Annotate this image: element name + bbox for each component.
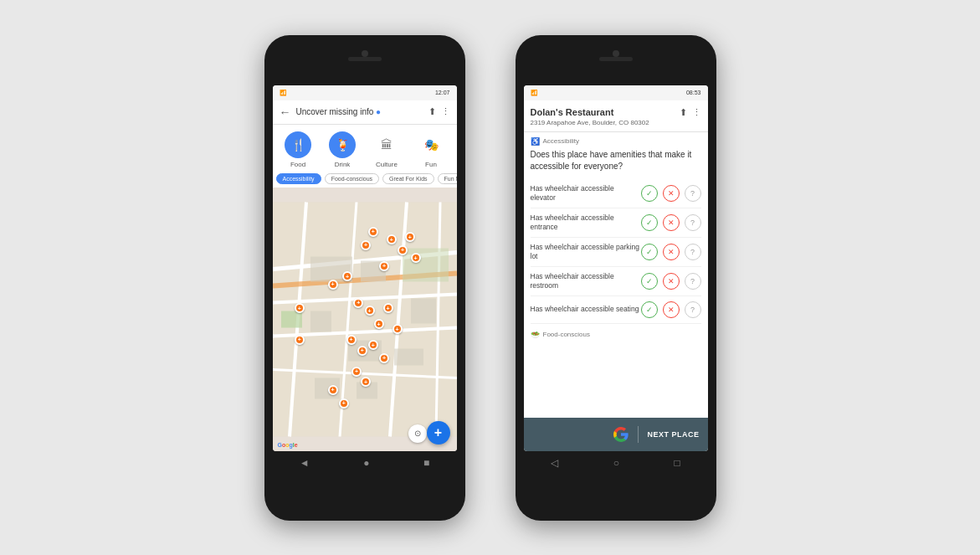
map-marker-12[interactable]: + — [365, 306, 375, 316]
culture-label: Culture — [376, 161, 398, 168]
fun-label: Fun — [425, 161, 437, 168]
amenity-parking-x[interactable]: ✕ — [663, 244, 680, 260]
add-fab[interactable]: + — [427, 421, 450, 445]
toolbar-title: Uncover missing info ● — [296, 107, 423, 116]
phone-speaker-1 — [348, 57, 382, 61]
map-marker-5[interactable]: + — [405, 232, 415, 242]
next-place-label[interactable]: NEXT PLACE — [647, 430, 699, 439]
map-marker-6[interactable]: + — [411, 253, 421, 263]
category-fun[interactable]: 🎭 Fun — [418, 131, 444, 168]
nav-home-2[interactable]: ○ — [613, 457, 619, 469]
nav-home[interactable]: ● — [363, 457, 369, 469]
amenity-entrance: Has wheelchair accessible entrance ✓ ✕ ? — [531, 208, 701, 238]
map-marker-13[interactable]: + — [374, 319, 384, 329]
filter-pills: Accessibility Food-conscious Great For K… — [273, 172, 457, 188]
share-icon[interactable]: ⬆ — [428, 106, 436, 117]
filter-food-conscious[interactable]: Food-conscious — [325, 173, 379, 184]
amenity-seating-q[interactable]: ? — [685, 301, 701, 318]
status-time-1: 12:07 — [435, 90, 450, 95]
map-marker-3[interactable]: + — [387, 234, 397, 244]
map-marker-20[interactable]: + — [351, 367, 362, 377]
place-header-icons: ⬆ ⋮ — [680, 107, 701, 118]
amenity-elevator-label: Has wheelchair accessible elevator — [531, 184, 641, 203]
amenity-entrance-check[interactable]: ✓ — [641, 214, 658, 231]
map-marker-9[interactable]: + — [328, 280, 338, 290]
nav-recent[interactable]: ■ — [423, 457, 429, 469]
filter-kids[interactable]: Great For Kids — [382, 173, 434, 184]
google-logo: Google — [278, 442, 298, 448]
food-conscious-label: Food-conscious — [543, 331, 590, 338]
svg-rect-19 — [403, 248, 449, 281]
map-marker-14[interactable]: + — [383, 303, 393, 313]
food-icon: 🍴 — [285, 131, 311, 158]
map-marker-2[interactable]: + — [368, 227, 378, 237]
more-icon[interactable]: ⋮ — [441, 106, 450, 117]
amenity-elevator-x[interactable]: ✕ — [663, 185, 680, 202]
nav-recent-2[interactable]: □ — [675, 457, 680, 469]
food-label: Food — [290, 161, 305, 168]
svg-rect-13 — [411, 298, 436, 323]
map-svg — [273, 188, 457, 451]
map-marker-4[interactable]: + — [398, 245, 408, 255]
amenity-restroom-x[interactable]: ✕ — [663, 273, 680, 290]
map-marker-18[interactable]: + — [368, 340, 378, 350]
map-marker-23[interactable]: + — [339, 398, 349, 409]
status-bar-1: 📶 12:07 — [273, 85, 457, 100]
filter-accessibility[interactable]: Accessibility — [276, 173, 321, 184]
filter-fun-night[interactable]: Fun Night C... — [438, 173, 457, 184]
category-food[interactable]: 🍴 Food — [285, 131, 311, 168]
place-more-icon[interactable]: ⋮ — [692, 107, 701, 118]
next-place-bar[interactable]: NEXT PLACE — [524, 418, 708, 451]
toolbar-title-text: Uncover missing info — [296, 107, 374, 116]
map-marker-10[interactable]: + — [295, 303, 305, 313]
amenity-restroom-label: Has wheelchair accessible restroom — [531, 272, 641, 290]
amenity-entrance-q[interactable]: ? — [685, 214, 701, 231]
map-marker-22[interactable]: + — [328, 385, 338, 395]
place-name: Dolan's Restaurant — [531, 107, 649, 117]
svg-rect-15 — [394, 348, 423, 365]
back-icon[interactable]: ← — [280, 105, 291, 119]
section-question: Does this place have amenities that make… — [531, 149, 701, 172]
map-marker-15[interactable]: + — [393, 324, 403, 334]
amenity-seating-label: Has wheelchair accessible seating — [531, 305, 641, 314]
phone-2-nav: ◁ ○ □ — [524, 451, 708, 475]
status-bar-2: 📶 08:53 — [524, 85, 708, 100]
map-marker-24[interactable]: + — [295, 335, 305, 345]
phone-2-screen: 📶 08:53 Dolan's Restaurant 2319 Arapahoe… — [524, 85, 708, 451]
phones-container: 📶 12:07 ← Uncover missing info ● ⬆ ⋮ — [264, 35, 716, 521]
map-marker-1[interactable]: + — [361, 240, 371, 250]
amenity-seating: Has wheelchair accessible seating ✓ ✕ ? — [531, 296, 701, 324]
toolbar-icons: ⬆ ⋮ — [428, 106, 450, 117]
map-marker-16[interactable]: + — [346, 335, 357, 345]
accessibility-label: Accessibility — [543, 137, 580, 145]
amenity-restroom-check[interactable]: ✓ — [641, 273, 658, 290]
amenity-parking-buttons: ✓ ✕ ? — [641, 244, 701, 260]
amenity-entrance-x[interactable]: ✕ — [663, 214, 680, 231]
amenity-seating-check[interactable]: ✓ — [641, 301, 658, 318]
location-button[interactable]: ⊙ — [408, 424, 427, 443]
amenity-parking-check[interactable]: ✓ — [641, 244, 658, 260]
nav-back[interactable]: ◄ — [300, 457, 310, 469]
amenity-parking-q[interactable]: ? — [685, 244, 701, 260]
category-culture[interactable]: 🏛 Culture — [373, 131, 400, 168]
accessibility-icon: ♿ — [531, 137, 540, 146]
amenity-elevator-q[interactable]: ? — [685, 185, 701, 202]
place-share-icon[interactable]: ⬆ — [680, 107, 687, 118]
next-place-divider — [638, 426, 639, 443]
amenity-elevator-check[interactable]: ✓ — [641, 185, 658, 202]
amenity-parking-label: Has wheelchair accessible parking lot — [531, 243, 641, 261]
phone-1: 📶 12:07 ← Uncover missing info ● ⬆ ⋮ — [264, 35, 465, 521]
amenity-entrance-label: Has wheelchair accessible entrance — [531, 213, 641, 232]
amenity-restroom-q[interactable]: ? — [685, 273, 701, 290]
map-area[interactable]: + + + + + + + + + + + + + + + + + + + + — [273, 188, 457, 451]
nav-back-2[interactable]: ◁ — [551, 457, 558, 469]
map-marker-19[interactable]: + — [379, 353, 389, 363]
map-marker-17[interactable]: + — [357, 346, 367, 356]
place-address: 2319 Arapahoe Ave, Boulder, CO 80302 — [531, 119, 649, 126]
amenity-restroom: Has wheelchair accessible restroom ✓ ✕ ? — [531, 267, 701, 296]
amenity-seating-x[interactable]: ✕ — [663, 301, 680, 318]
map-marker-7[interactable]: + — [379, 261, 389, 271]
drink-label: Drink — [335, 161, 351, 168]
map-marker-11[interactable]: + — [353, 298, 363, 308]
category-drink[interactable]: 🍹 Drink — [329, 131, 356, 168]
